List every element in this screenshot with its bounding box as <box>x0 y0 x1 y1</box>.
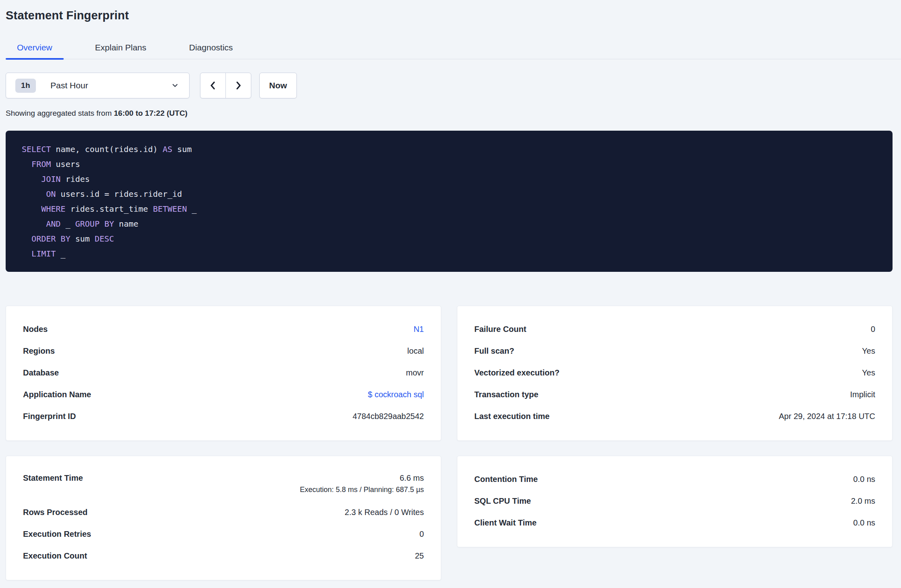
detail-label: Transaction type <box>474 390 538 399</box>
detail-label: SQL CPU Time <box>474 496 531 506</box>
detail-label: Application Name <box>23 390 91 399</box>
detail-row: Regionslocal <box>23 340 424 362</box>
aggregated-stats-prefix: Showing aggregated stats from <box>6 109 114 117</box>
detail-row: Full scan?Yes <box>474 340 875 362</box>
detail-row: Fingerprint ID4784cb829aab2542 <box>23 405 424 427</box>
detail-value-link[interactable]: $ cockroach sql <box>368 390 424 399</box>
detail-row: Transaction typeImplicit <box>474 384 875 405</box>
detail-label: Vectorized execution? <box>474 368 559 377</box>
tab-explain-plans[interactable]: Explain Plans <box>84 43 158 59</box>
execution-attributes-card: Failure Count0Full scan?YesVectorized ex… <box>457 306 893 441</box>
detail-value: movr <box>406 368 424 377</box>
detail-label: Statement Time <box>23 473 83 483</box>
sql-code: SELECT name, count(rides.id) AS sum FROM… <box>22 142 882 261</box>
detail-row: Rows Processed2.3 k Reads / 0 Writes <box>23 501 424 523</box>
detail-value: Yes <box>862 368 875 377</box>
time-step-button-group <box>200 73 251 98</box>
detail-label: Regions <box>23 346 55 356</box>
time-range-label: Past Hour <box>50 81 171 90</box>
detail-value: 6.6 ms <box>400 473 424 483</box>
detail-value: 2.0 ms <box>851 496 875 506</box>
chevron-left-icon <box>208 81 218 90</box>
time-range-dropdown[interactable]: 1h Past Hour <box>6 73 190 98</box>
detail-row: Databasemovr <box>23 362 424 384</box>
detail-row: Statement Time6.6 msExecution: 5.8 ms / … <box>23 468 424 501</box>
detail-value: local <box>407 346 424 356</box>
detail-label: Contention Time <box>474 475 538 484</box>
detail-row: Application Name$ cockroach sql <box>23 384 424 405</box>
detail-value: 25 <box>415 551 424 561</box>
detail-label: Last execution time <box>474 412 550 421</box>
detail-value: 2.3 k Reads / 0 Writes <box>345 508 424 517</box>
detail-row: Failure Count0 <box>474 318 875 340</box>
detail-subvalue: Execution: 5.8 ms / Planning: 687.5 µs <box>300 486 424 494</box>
detail-label: Fingerprint ID <box>23 412 76 421</box>
aggregated-stats-line: Showing aggregated stats from 16:00 to 1… <box>6 109 893 118</box>
detail-row: Last execution timeApr 29, 2024 at 17:18… <box>474 405 875 427</box>
detail-value: 4784cb829aab2542 <box>352 412 424 421</box>
now-button[interactable]: Now <box>259 73 297 98</box>
detail-row: NodesN1 <box>23 318 424 340</box>
statement-details-card: NodesN1RegionslocalDatabasemovrApplicati… <box>6 306 441 441</box>
detail-value: 0.0 ns <box>853 475 875 484</box>
time-next-button[interactable] <box>225 73 251 98</box>
detail-value: 0 <box>871 325 875 334</box>
detail-label: Rows Processed <box>23 508 88 517</box>
detail-row: Vectorized execution?Yes <box>474 362 875 384</box>
statement-timing-card: Statement Time6.6 msExecution: 5.8 ms / … <box>6 456 441 580</box>
detail-label: Nodes <box>23 325 48 334</box>
time-range-badge: 1h <box>15 79 36 93</box>
chevron-right-icon <box>234 81 243 90</box>
overview-cards-row: NodesN1RegionslocalDatabasemovrApplicati… <box>6 306 893 441</box>
tab-diagnostics[interactable]: Diagnostics <box>178 43 244 59</box>
detail-row: SQL CPU Time2.0 ms <box>474 490 875 512</box>
sql-statement-box: SELECT name, count(rides.id) AS sum FROM… <box>6 131 893 272</box>
time-prev-button[interactable] <box>200 73 225 98</box>
detail-value: Apr 29, 2024 at 17:18 UTC <box>779 412 875 421</box>
detail-value-link[interactable]: N1 <box>413 325 424 334</box>
detail-value: 0 <box>419 530 424 539</box>
detail-label: Failure Count <box>474 325 526 334</box>
detail-value: Implicit <box>850 390 875 399</box>
detail-label: Execution Retries <box>23 530 91 539</box>
page-title: Statement Fingerprint <box>6 7 893 23</box>
detail-row: Contention Time0.0 ns <box>474 468 875 490</box>
detail-row: Execution Retries0 <box>23 523 424 545</box>
detail-label: Execution Count <box>23 551 87 561</box>
tab-bar: Overview Explain Plans Diagnostics <box>6 43 901 59</box>
statement-fingerprint-page: Statement Fingerprint Overview Explain P… <box>0 0 901 580</box>
wait-timing-card: Contention Time0.0 nsSQL CPU Time2.0 msC… <box>457 456 893 547</box>
time-controls: 1h Past Hour Now <box>6 73 893 98</box>
chevron-down-icon <box>171 82 179 89</box>
detail-value: 0.0 ns <box>853 518 875 528</box>
detail-value: Yes <box>862 346 875 356</box>
detail-row: Client Wait Time0.0 ns <box>474 512 875 534</box>
detail-label: Client Wait Time <box>474 518 536 528</box>
detail-label: Full scan? <box>474 346 514 356</box>
detail-label: Database <box>23 368 59 377</box>
tab-overview[interactable]: Overview <box>6 43 64 59</box>
aggregated-stats-range: 16:00 to 17:22 (UTC) <box>114 109 188 117</box>
timing-cards-row: Statement Time6.6 msExecution: 5.8 ms / … <box>6 456 893 580</box>
detail-row: Execution Count25 <box>23 545 424 567</box>
